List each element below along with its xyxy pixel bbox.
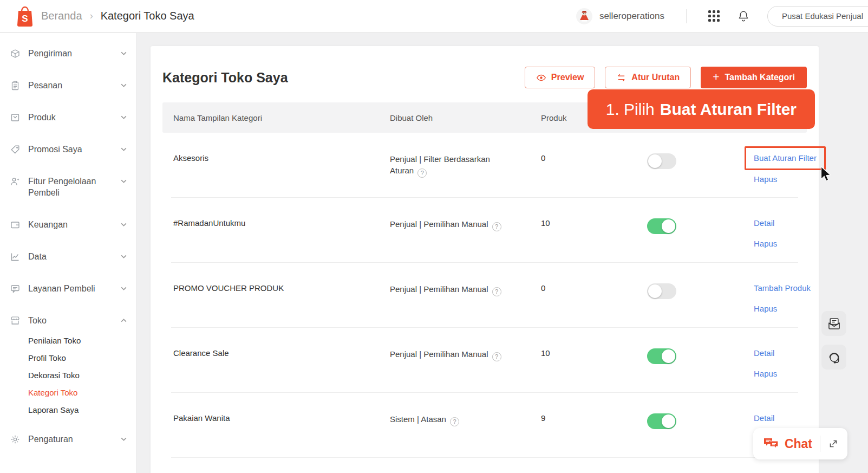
chevron-down-icon	[120, 82, 127, 89]
sidebar-item-label: Pesanan	[28, 80, 115, 91]
action-link-buat-aturan-filter[interactable]: Buat Aturan Filter	[754, 153, 817, 163]
row-actions: DetailHapus	[746, 348, 807, 393]
sidebar-item-pengaturan[interactable]: Pengaturan	[0, 423, 136, 455]
chevron-down-icon	[120, 178, 127, 185]
apps-grid-icon[interactable]	[708, 10, 720, 22]
toggle-knob	[662, 349, 675, 363]
sidebar-item-promosi-saya[interactable]: Promosi Saya	[0, 133, 136, 165]
sidebar-item-label: Pengaturan	[28, 433, 115, 445]
chat-widget[interactable]: Chat	[753, 428, 847, 459]
table-row: AksesorisPenjual | Filter Berdasarkan At…	[162, 133, 807, 198]
orders-icon	[10, 80, 21, 91]
sidebar-item-produk[interactable]: Produk	[0, 101, 136, 133]
category-name: Clearance Sale	[173, 348, 390, 393]
toggle-knob	[662, 219, 675, 233]
sidebar-item-label: Promosi Saya	[28, 144, 115, 155]
action-link-hapus[interactable]: Hapus	[754, 304, 777, 313]
action-link-detail[interactable]: Detail	[754, 348, 774, 358]
table-row: On SaleSistem | Sedang Diskon?1Detail	[162, 458, 807, 473]
category-toggle[interactable]	[647, 218, 676, 234]
question-circle-icon[interactable]: ?	[417, 169, 427, 178]
finance-icon	[10, 219, 21, 230]
sidebar-item-laporan-saya[interactable]: Laporan Saya	[28, 401, 136, 419]
action-link-hapus[interactable]: Hapus	[754, 239, 777, 248]
headset-icon[interactable]	[821, 345, 846, 370]
settings-icon	[10, 434, 21, 445]
preview-button-label: Preview	[551, 73, 584, 82]
seller-education-button[interactable]: Pusat Edukasi Penjual	[767, 6, 868, 27]
sidebar-item-keuangan[interactable]: Keuangan	[0, 209, 136, 241]
sidebar-item-penilaian-toko[interactable]: Penilaian Toko	[28, 332, 136, 349]
category-name: Aksesoris	[173, 153, 390, 198]
topbar-divider	[686, 9, 687, 23]
sidebar-item-layanan-pembeli[interactable]: Layanan Pembeli	[0, 273, 136, 304]
plus-icon: +	[713, 70, 719, 83]
category-toggle[interactable]	[647, 153, 676, 169]
chevron-down-icon	[120, 50, 127, 57]
chevron-down-icon	[120, 285, 127, 292]
breadcrumb-home[interactable]: Beranda	[41, 10, 82, 22]
question-circle-icon[interactable]: ?	[450, 417, 459, 426]
table-row: Clearance SalePenjual | Pemilihan Manual…	[162, 328, 807, 393]
mouse-pointer-icon	[817, 165, 833, 182]
sidebar-item-pengiriman[interactable]: Pengiriman	[0, 37, 136, 69]
svg-text:S: S	[22, 14, 28, 24]
question-circle-icon[interactable]: ?	[492, 352, 501, 361]
header-name: Nama Tampilan Kategori	[173, 113, 390, 122]
question-circle-icon[interactable]: ?	[492, 222, 501, 231]
sidebar-item-data[interactable]: Data	[0, 241, 136, 273]
callout-highlight-text: Buat Aturan Filter	[660, 100, 797, 119]
expand-icon[interactable]	[828, 438, 839, 449]
chevron-down-icon	[120, 146, 127, 153]
sidebar-item-label: Fitur Pengelolaan Pembeli	[28, 176, 115, 198]
sidebar-item-label: Data	[28, 251, 115, 262]
toggle-knob	[662, 414, 675, 428]
action-link-hapus[interactable]: Hapus	[754, 174, 777, 184]
sidebar-nav: PengirimanPesananProdukPromosi SayaFitur…	[0, 33, 136, 473]
inbox-icon[interactable]	[821, 311, 846, 336]
shopee-bag-icon[interactable]: S	[15, 5, 35, 27]
sidebar-item-profil-toko[interactable]: Profil Toko	[28, 349, 136, 367]
sidebar-item-dekorasi-toko[interactable]: Dekorasi Toko	[28, 367, 136, 384]
chat-label: Chat	[785, 437, 812, 451]
sort-order-button[interactable]: Atur Urutan	[605, 67, 691, 88]
action-link-detail[interactable]: Detail	[754, 413, 774, 423]
table-row: #RamadanUntukmuPenjual | Pemilihan Manua…	[162, 198, 807, 263]
bell-icon[interactable]	[737, 10, 750, 23]
question-circle-icon[interactable]: ?	[492, 287, 501, 296]
action-link-hapus[interactable]: Hapus	[754, 369, 777, 378]
product-icon	[10, 112, 21, 123]
tutorial-callout: 1. Pilih Buat Aturan Filter	[588, 89, 815, 129]
category-toggle[interactable]	[647, 413, 676, 429]
category-toggle[interactable]	[647, 348, 676, 364]
breadcrumb-current: Kategori Toko Saya	[101, 10, 194, 22]
header-created-by: Dibuat Oleh	[390, 113, 529, 122]
avatar[interactable]	[576, 8, 593, 25]
customer-service-icon	[10, 283, 21, 294]
page-title: Kategori Toko Saya	[162, 70, 288, 86]
chevron-down-icon	[120, 436, 127, 443]
row-actions: Buat Aturan FilterHapus	[746, 153, 817, 198]
highlight-box: Buat Aturan Filter	[745, 146, 826, 170]
category-toggle[interactable]	[647, 283, 676, 299]
promo-icon	[10, 144, 21, 155]
sidebar-submenu-toko: Penilaian TokoProfil TokoDekorasi TokoKa…	[28, 332, 136, 419]
product-count: 0	[529, 153, 637, 198]
preview-button[interactable]: Preview	[525, 67, 595, 88]
add-category-button[interactable]: + Tambah Kategori	[701, 67, 807, 88]
username[interactable]: selleroperations	[599, 11, 664, 22]
sidebar-item-fitur-pengelolaan-pembeli[interactable]: Fitur Pengelolaan Pembeli	[0, 165, 136, 209]
buyer-management-icon	[10, 176, 21, 187]
action-link-detail[interactable]: Detail	[754, 218, 774, 228]
sidebar-item-kategori-toko[interactable]: Kategori Toko	[28, 384, 136, 401]
sidebar-item-pesanan[interactable]: Pesanan	[0, 69, 136, 101]
main-content-card: Kategori Toko Saya Preview Atur Urutan +…	[151, 46, 819, 473]
add-category-button-label: Tambah Kategori	[725, 73, 795, 82]
action-link-tambah-produk[interactable]: Tambah Produk	[754, 283, 811, 293]
chevron-down-icon	[120, 253, 127, 260]
shipping-icon	[10, 48, 21, 59]
top-bar: S Beranda › Kategori Toko Saya sellerope…	[0, 0, 868, 33]
chat-bubbles-icon	[763, 437, 779, 451]
product-count: 10	[529, 218, 637, 263]
product-count: 0	[529, 283, 637, 328]
